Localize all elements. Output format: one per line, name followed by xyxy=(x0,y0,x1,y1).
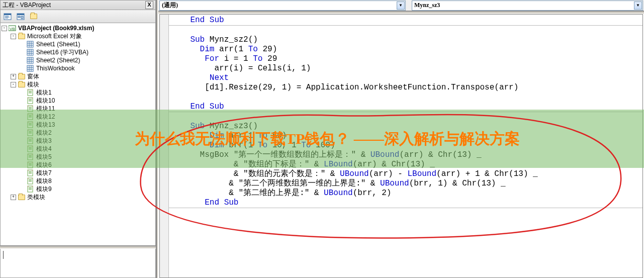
tree-item-label: Sheet16 (学习VBA) xyxy=(36,48,88,56)
project-explorer-title: 工程 - VBAProject xyxy=(3,1,145,10)
code-line: & "第二个两维数组第一维的上界是:" & UBound(brr, 1) & C… xyxy=(171,179,506,188)
vba-project-icon: VB xyxy=(9,25,17,32)
code-line: Next xyxy=(171,73,229,82)
code-editor[interactable]: End Sub Sub Mynz_sz2() Dim arr(1 To 29) … xyxy=(159,14,643,278)
tree-root[interactable]: - VB VBAProject (Book99.xlsm) xyxy=(2,24,155,32)
tree-item-module[interactable]: 模块8 xyxy=(20,177,155,185)
code-line: End Sub xyxy=(171,198,238,207)
svg-rect-1 xyxy=(4,14,11,15)
tree-item-module[interactable]: 模块5 xyxy=(20,153,155,161)
code-line: End Sub xyxy=(171,102,224,111)
code-text[interactable]: End Sub Sub Mynz_sz2() Dim arr(1 To 29) … xyxy=(169,15,642,277)
folder-icon xyxy=(18,194,26,201)
sheet-icon xyxy=(27,41,35,48)
collapse-icon[interactable]: - xyxy=(11,82,16,87)
project-explorer-pane: 工程 - VBAProject X - VB VBAProject (Book9… xyxy=(0,0,156,278)
view-object-button[interactable] xyxy=(15,11,27,22)
tree-item-label: Sheet1 (Sheet1) xyxy=(36,40,80,48)
module-icon xyxy=(27,137,35,144)
tree-item-label: 模块4 xyxy=(36,145,52,153)
tree-folder-forms[interactable]: + 窗体 xyxy=(11,72,155,80)
folder-icon xyxy=(30,14,37,19)
project-explorer-titlebar: 工程 - VBAProject X xyxy=(0,0,156,10)
tree-item-label: 模块10 xyxy=(36,97,55,105)
tree-item-label: 模块12 xyxy=(36,113,55,121)
tree-item-module[interactable]: 模块7 xyxy=(20,169,155,177)
folder-icon xyxy=(18,33,26,40)
tree-item-label: 模块1 xyxy=(36,88,52,97)
expand-icon[interactable]: + xyxy=(11,195,16,200)
tree-folder-modules[interactable]: - 模块 xyxy=(11,80,155,88)
tree-item-module[interactable]: 模块9 xyxy=(20,185,155,193)
tree-folder-class-modules[interactable]: + 类模块 xyxy=(11,193,155,201)
project-tree[interactable]: - VB VBAProject (Book99.xlsm) - Microsof… xyxy=(0,23,156,246)
tree-item-sheet[interactable]: Sheet2 (Sheet2) xyxy=(20,56,155,64)
tree-folder-excel-objects[interactable]: - Microsoft Excel 对象 xyxy=(11,32,155,40)
tree-item-label: Sheet2 (Sheet2) xyxy=(36,56,80,64)
code-line: & "数组的下标是：" & LBound(arr) & Chr(13) _ xyxy=(171,160,435,169)
code-margin xyxy=(160,15,169,277)
module-icon xyxy=(27,129,35,136)
module-icon xyxy=(27,177,35,184)
module-icon xyxy=(27,121,35,128)
tree-item-module[interactable]: 模块1 xyxy=(20,88,155,97)
tree-item-label: 模块3 xyxy=(36,137,52,145)
svg-rect-6 xyxy=(17,14,24,15)
collapse-icon[interactable]: - xyxy=(2,26,7,31)
procedure-dropdown[interactable]: Mynz_sz3 ▼ xyxy=(412,1,643,11)
toggle-folders-button[interactable] xyxy=(28,11,40,22)
procedure-dropdown-value: Mynz_sz3 xyxy=(414,2,440,9)
tree-item-module[interactable]: 模块2 xyxy=(20,129,155,137)
code-line: Dim arr(1 To 29) xyxy=(171,45,277,54)
svg-rect-11 xyxy=(27,41,33,47)
object-dropdown[interactable]: (通用) ▼ xyxy=(159,1,406,11)
module-icon xyxy=(27,97,35,104)
tree-item-label: 类模块 xyxy=(27,193,45,201)
tree-item-label: ThisWorkbook xyxy=(36,64,74,72)
module-icon xyxy=(27,169,35,176)
code-line: Dim brr(1 To 10, 1 To 100) xyxy=(171,141,335,150)
sheet-icon xyxy=(27,57,35,64)
tree-item-sheet[interactable]: Sheet16 (学习VBA) xyxy=(20,48,155,56)
folder-icon xyxy=(18,73,26,80)
tree-item-label: 模块6 xyxy=(36,161,52,169)
collapse-icon[interactable]: - xyxy=(11,34,16,39)
svg-rect-7 xyxy=(18,16,20,18)
code-line: & "数组的元素个数是：" & UBound(arr) - LBound(arr… xyxy=(171,169,538,178)
view-code-button[interactable] xyxy=(2,11,14,22)
chevron-down-icon[interactable]: ▼ xyxy=(634,2,642,10)
tree-item-sheet[interactable]: Sheet1 (Sheet1) xyxy=(20,40,155,48)
tree-item-label: 窗体 xyxy=(27,72,39,80)
svg-rect-26 xyxy=(27,65,33,71)
code-pane: (通用) ▼ Mynz_sz3 ▼ End Sub Sub Mynz_sz2()… xyxy=(158,0,644,278)
tree-item-label: 模块2 xyxy=(36,129,52,137)
properties-placeholder: | xyxy=(0,249,156,278)
module-icon xyxy=(27,105,35,112)
tree-item-sheet[interactable]: ThisWorkbook xyxy=(20,64,155,72)
svg-rect-16 xyxy=(27,49,33,55)
tree-item-label: 模块9 xyxy=(36,185,52,193)
folder-icon xyxy=(18,81,26,88)
code-line: [d1].Resize(29, 1) = Application.Workshe… xyxy=(171,83,518,92)
module-icon xyxy=(27,113,35,120)
tree-item-label: 模块5 xyxy=(36,153,52,161)
tree-item-module[interactable]: 模块3 xyxy=(20,137,155,145)
chevron-down-icon[interactable]: ▼ xyxy=(397,2,405,10)
tree-item-module[interactable]: 模块11 xyxy=(20,105,155,113)
svg-rect-8 xyxy=(21,16,23,19)
object-dropdown-value: (通用) xyxy=(162,1,178,10)
tree-item-module[interactable]: 模块13 xyxy=(20,121,155,129)
code-line: MsgBox "第一个一维数组数组的上标是：" & UBound(arr) & … xyxy=(171,150,482,159)
module-icon xyxy=(27,145,35,152)
tree-item-module[interactable]: 模块10 xyxy=(20,97,155,105)
module-icon xyxy=(27,161,35,168)
expand-icon[interactable]: + xyxy=(11,74,16,79)
workbook-icon xyxy=(27,65,35,72)
tree-item-module[interactable]: 模块4 xyxy=(20,145,155,153)
tree-item-module[interactable]: 模块6 xyxy=(20,161,155,169)
tree-item-label: 模块13 xyxy=(36,121,55,129)
tree-item-module[interactable]: 模块12 xyxy=(20,113,155,121)
code-line: Sub Mynz_sz3() xyxy=(171,122,258,131)
close-icon[interactable]: X xyxy=(145,1,153,9)
code-line: End Sub xyxy=(171,16,224,25)
